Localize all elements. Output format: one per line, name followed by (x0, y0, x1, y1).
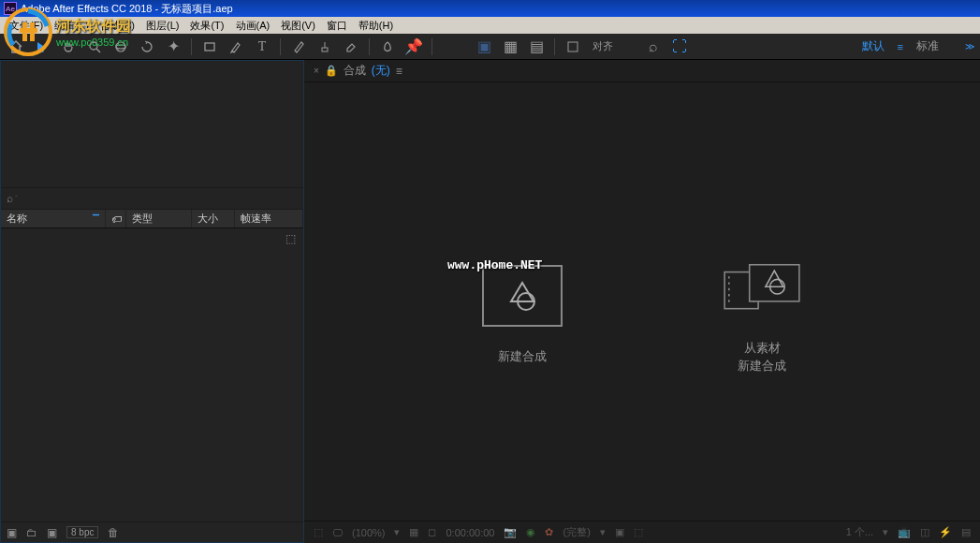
quality-label[interactable]: (完整) (563, 525, 590, 539)
timeline-icon[interactable]: ▤ (961, 526, 971, 538)
person-icon[interactable]: ▣ (474, 37, 494, 57)
layers-icon[interactable]: ▤ (526, 37, 547, 57)
menu-composition[interactable]: 合成(C) (95, 19, 140, 33)
column-type[interactable]: 类型 (126, 210, 192, 227)
eraser-tool[interactable] (341, 37, 361, 57)
search-input[interactable] (23, 193, 298, 204)
menubar: 文件(F) 编辑(E) 合成(C) 图层(L) 效果(T) 动画(A) 视图(V… (0, 17, 980, 34)
text-tool[interactable]: T (252, 37, 272, 57)
menu-window[interactable]: 窗口 (321, 19, 353, 33)
new-comp-icon[interactable]: ▣ (47, 526, 57, 539)
toolbar: ✦ T 📌 ▣ ▦ ▤ 对齐 ⌕ ⛶ 默认 ≡ 标准 ≫ (0, 34, 980, 60)
bpc-indicator[interactable]: 8 bpc (66, 526, 98, 538)
flowchart-icon[interactable]: ⬚ (285, 232, 296, 245)
svg-point-2 (116, 42, 125, 51)
snap-checkbox[interactable] (563, 37, 583, 57)
zoom-tool[interactable] (84, 37, 105, 57)
workspace-menu-icon[interactable]: ≡ (898, 41, 903, 52)
view-icon[interactable]: ▣ (615, 526, 624, 538)
svg-rect-7 (568, 42, 578, 51)
tool-separator (280, 38, 281, 55)
tag-icon: 🏷 (111, 213, 122, 225)
timecode[interactable]: 0:00:00:00 (446, 527, 494, 538)
sort-arrow-icon: ▔ (93, 214, 99, 224)
search-icon: ⌕⁻ (7, 192, 20, 205)
view-icon2[interactable]: ⬚ (634, 526, 643, 538)
view-options-icon[interactable]: 📺 (898, 526, 911, 538)
close-tab-icon[interactable]: × (314, 66, 319, 76)
orbit-tool[interactable] (110, 37, 131, 57)
comp-none-link[interactable]: (无) (372, 63, 390, 79)
workspace-default[interactable]: 默认 (862, 38, 885, 54)
menu-view[interactable]: 视图(V) (275, 19, 321, 33)
snap-icon[interactable]: ⛶ (669, 37, 690, 57)
fast-preview-icon[interactable]: ⚡ (939, 526, 952, 538)
clone-tool[interactable] (314, 37, 335, 57)
menu-file[interactable]: 文件(F) (4, 19, 49, 33)
column-tag[interactable]: 🏷 (106, 210, 126, 227)
titlebar: Ae Adobe After Effects CC 2018 - 无标题项目.a… (0, 0, 980, 17)
menu-help[interactable]: 帮助(H) (353, 19, 399, 33)
pen-tool[interactable] (226, 37, 246, 57)
project-search[interactable]: ⌕⁻ (1, 187, 303, 210)
column-fps[interactable]: 帧速率 (235, 210, 303, 227)
aperture-icon[interactable]: ✿ (545, 526, 553, 538)
svg-point-3 (116, 45, 125, 49)
menu-animation[interactable]: 动画(A) (230, 19, 276, 33)
column-size[interactable]: 大小 (192, 210, 235, 227)
align-label: 对齐 (592, 39, 613, 53)
comp-body: 新建合成 从素材 新建合成 (304, 82, 980, 521)
comp-tab-bar: × 🔒 合成 (无) ≡ (304, 60, 980, 82)
menu-edit[interactable]: 编辑(E) (49, 19, 95, 33)
tool-separator (554, 38, 555, 55)
selection-tool[interactable] (32, 37, 52, 57)
mask-btn[interactable]: ◻ (428, 526, 436, 538)
camera-count[interactable]: 1 个... (846, 525, 873, 539)
rotation-tool[interactable] (137, 37, 157, 57)
new-from-footage-button[interactable]: 从素材 新建合成 (722, 257, 802, 375)
roto-tool[interactable] (377, 37, 398, 57)
hand-tool[interactable] (58, 37, 79, 57)
column-name[interactable]: 名称▔ (1, 210, 106, 227)
tool-separator (369, 38, 370, 55)
project-columns: 名称▔ 🏷 类型 大小 帧速率 (1, 210, 303, 228)
puppet-tool[interactable]: 📌 (403, 37, 424, 57)
channel-icon[interactable]: ◉ (526, 526, 535, 538)
lock-icon[interactable]: 🔒 (325, 65, 338, 77)
window-title: Adobe After Effects CC 2018 - 无标题项目.aep (21, 2, 233, 16)
pixel-aspect-icon[interactable]: ◫ (920, 526, 929, 538)
new-composition-button[interactable]: 新建合成 (482, 265, 563, 366)
grid-btn[interactable]: ▦ (409, 526, 418, 538)
tool-separator (431, 38, 432, 55)
interpret-icon[interactable]: ▣ (7, 526, 17, 539)
workspace-more-icon[interactable]: ≫ (965, 41, 974, 51)
magnify-icon[interactable]: ⬚ (314, 526, 323, 538)
new-comp-graphic-icon (482, 265, 563, 327)
grid-icon[interactable]: ▦ (500, 37, 520, 57)
zoom-level[interactable]: (100%) (352, 527, 385, 538)
comp-footer: ⬚ 🖵 (100%) ▾ ▦ ◻ 0:00:00:00 📷 ◉ ✿ (完整) ▾… (304, 521, 980, 543)
from-footage-label: 从素材 新建合成 (738, 339, 786, 375)
display-icon[interactable]: 🖵 (332, 527, 343, 538)
project-preview-area (1, 61, 303, 187)
menu-layer[interactable]: 图层(L) (140, 19, 184, 33)
snapshot-icon[interactable]: 📷 (504, 526, 517, 538)
project-panel: ⌕⁻ 名称▔ 🏷 类型 大小 帧速率 ⬚ ▣ 🗀 ▣ 8 bpc 🗑 (0, 60, 304, 543)
folder-icon[interactable]: 🗀 (26, 526, 37, 539)
brush-tool[interactable] (288, 37, 309, 57)
project-tree[interactable]: ⬚ (1, 228, 303, 521)
rectangle-tool[interactable] (199, 37, 220, 57)
svg-rect-5 (322, 48, 328, 51)
composition-panel: × 🔒 合成 (无) ≡ 新建合成 (304, 60, 980, 543)
trash-icon[interactable]: 🗑 (108, 526, 119, 539)
footage-graphic-icon (722, 257, 802, 318)
workspace-standard[interactable]: 标准 (916, 38, 939, 54)
search-toggle-icon[interactable]: ⌕ (643, 37, 664, 57)
home-icon[interactable] (6, 37, 26, 57)
new-comp-label: 新建合成 (498, 347, 547, 366)
svg-line-1 (96, 49, 100, 52)
panel-menu-icon[interactable]: ≡ (396, 65, 402, 78)
menu-effect[interactable]: 效果(T) (184, 19, 229, 33)
anchor-tool[interactable]: ✦ (163, 37, 183, 57)
footer-sep: ▾ (600, 526, 606, 538)
